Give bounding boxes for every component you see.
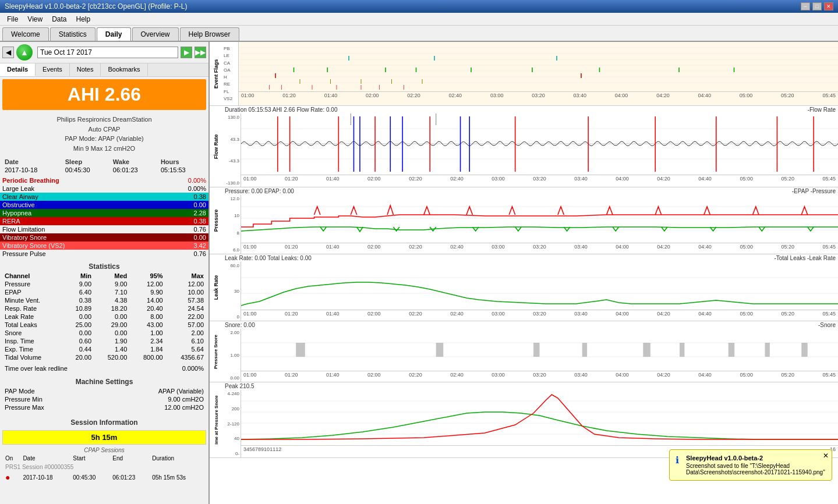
tab-daily[interactable]: Daily xyxy=(97,27,131,41)
nav-back-button[interactable]: ◀ xyxy=(2,47,14,58)
snore-label-vertical: Pressure Snore xyxy=(214,334,219,368)
menu-file[interactable]: File xyxy=(2,14,23,24)
event-label: RERA xyxy=(2,218,20,225)
device-name: Philips Respironics DreamStation xyxy=(2,115,206,125)
leak-rate-title-bar: Leak Rate: 0.00 Total Leaks: 0.00 -Total… xyxy=(222,254,838,262)
minimize-button[interactable]: − xyxy=(801,2,810,10)
notification-title: SleepyHead v1.0.0-beta-2 xyxy=(686,455,826,462)
setting-value: 9.00 cmH2O xyxy=(168,396,204,403)
flow-rate-time-axis: 01:0001:2001:4002:0002:2002:4003:0003:20… xyxy=(241,175,838,182)
maximize-button[interactable]: □ xyxy=(812,2,822,10)
stat-sleep: 00:45:30 xyxy=(63,166,111,174)
left-tab-events[interactable]: Events xyxy=(36,63,70,76)
flags-y-labels: PBLECAOAHREFLVS2 xyxy=(222,42,239,105)
pressure-label: Pressure xyxy=(213,210,219,232)
ahi-display: AHI 2.66 xyxy=(2,79,206,110)
snore-title-bar: Snore: 0.00 -Snore xyxy=(222,321,838,329)
left-panel: ◀ ▲ ▶ ▶▶ Details Events Notes Bookmarks … xyxy=(0,42,210,504)
nav-forward-button[interactable]: ▶ xyxy=(181,47,192,58)
event-rera: RERA 0.38 xyxy=(0,217,208,225)
session-info-section: Session Information 5h 15m CPAP Sessions… xyxy=(0,414,208,486)
setting-pressure-max: Pressure Max 12.00 cmH2O xyxy=(5,403,204,411)
flow-rate-chart: Flow Rate Duration 05:15:53 AHI 2.66 Flo… xyxy=(210,106,838,187)
menu-help[interactable]: Help xyxy=(72,14,96,24)
svg-rect-66 xyxy=(582,343,587,357)
stat-wake: 06:01:23 xyxy=(111,166,158,174)
machine-settings-header: Machine Settings xyxy=(5,375,204,387)
event-value: 0.38 xyxy=(194,193,206,200)
machine-settings-section: Machine Settings PAP Mode APAP (Variable… xyxy=(0,373,208,414)
event-label: Flow Limitation xyxy=(2,226,45,233)
tidal-title-bar: Peak 210.5 xyxy=(222,382,838,390)
event-clear-airway: Clear Airway 0.38 xyxy=(0,193,208,201)
menu-data[interactable]: Data xyxy=(47,14,71,24)
event-value: 0.00% xyxy=(188,177,206,184)
leak-rate-svg xyxy=(241,262,838,310)
tidal-svg xyxy=(241,390,838,445)
left-tab-notes[interactable]: Notes xyxy=(70,63,101,76)
snore-time-axis: 01:0001:2001:4002:0002:2002:4003:0003:20… xyxy=(241,371,838,378)
col-95: 95% xyxy=(129,272,165,280)
date-nav-icon: ▲ xyxy=(16,44,33,61)
cpap-sessions-label: CPAP Sessions xyxy=(2,447,206,453)
channel-stats-table: Channel Min Med 95% Max Pressure9.009.00… xyxy=(2,272,206,361)
pressure-title-bar: Pressure: 0.00 EPAP: 0.00 -EPAP -Pressur… xyxy=(222,187,838,195)
flags-time-axis: 01:0001:2001:4002:0002:2002:4003:0003:20… xyxy=(239,91,838,99)
flow-rate-label: Flow Rate xyxy=(213,134,219,159)
pressure-chart: Pressure Pressure: 0.00 EPAP: 0.00 -EPAP… xyxy=(210,187,838,254)
main-content: ◀ ▲ ▶ ▶▶ Details Events Notes Bookmarks … xyxy=(0,42,838,504)
tidal-title: Peak 210.5 xyxy=(225,383,254,389)
menu-view[interactable]: View xyxy=(23,14,47,24)
setting-pressure-min: Pressure Min 9.00 cmH2O xyxy=(5,395,204,403)
date-input[interactable] xyxy=(37,47,178,58)
stat-resp-rate: Resp. Rate10.8918.2020.4024.54 xyxy=(2,304,206,313)
events-list: Periodic Breathing 0.00% Large Leak 0.00… xyxy=(0,176,208,258)
pressure-svg xyxy=(241,195,838,243)
tidal-label-vertical: ime at Pressure Snore xyxy=(214,395,219,444)
snore-title: Snore: 0.00 xyxy=(225,322,255,328)
tab-welcome[interactable]: Welcome xyxy=(2,27,49,41)
tab-statistics[interactable]: Statistics xyxy=(50,27,96,41)
svg-rect-63 xyxy=(296,343,305,357)
flow-rate-title-bar: Duration 05:15:53 AHI 2.66 Flow Rate: 0.… xyxy=(222,106,838,113)
stat-leak-rate: Leak Rate0.000.008.0022.00 xyxy=(2,313,206,321)
nav-jump-button[interactable]: ▶▶ xyxy=(195,47,206,58)
snore-y-axis: 2.001.000.00 xyxy=(222,329,241,382)
leak-redline-row: Time over leak redline 0.000% xyxy=(0,364,208,373)
stat-total-leaks: Total Leaks25.0029.0043.0057.00 xyxy=(2,321,206,329)
svg-rect-64 xyxy=(436,343,444,357)
event-value: 0.00 xyxy=(194,234,206,241)
svg-rect-65 xyxy=(533,343,539,357)
leak-rate-right-label: -Total Leaks -Leak Rate xyxy=(774,255,836,261)
setting-pap-mode: PAP Mode APAP (Variable) xyxy=(5,387,204,395)
stat-date: 2017-10-18 xyxy=(2,166,63,174)
right-panel: Event Flags PBLECAOAHREFLVS2 xyxy=(210,42,838,504)
event-flags-label: Event Flags xyxy=(213,59,219,88)
setting-label: Pressure Min xyxy=(5,396,43,403)
device-pap-mode: PAP Mode: APAP (Variable) xyxy=(2,134,206,144)
event-value: 2.28 xyxy=(194,210,206,216)
col-date: Date xyxy=(2,158,63,166)
titlebar-title: SleepyHead v1.0.0-beta-2 [cb213cc OpenGL… xyxy=(5,2,188,10)
col-wake: Wake xyxy=(111,158,158,166)
pressure-title: Pressure: 0.00 EPAP: 0.00 xyxy=(225,188,294,194)
notification-close-button[interactable]: ✕ xyxy=(823,452,829,460)
stat-exp-time: Exp. Time0.441.401.845.64 xyxy=(2,345,206,353)
left-tab-details[interactable]: Details xyxy=(0,63,36,76)
stat-pressure: Pressure9.009.0012.0012.00 xyxy=(2,280,206,288)
col-med: Med xyxy=(94,272,129,280)
event-vibratory-snore: Vibratory Snore 0.00 xyxy=(0,233,208,242)
tab-help-browser[interactable]: Help Browser xyxy=(180,27,239,41)
flow-rate-y-axis: 130.043.3-43.3-130.0 xyxy=(222,113,241,187)
left-tab-bookmarks[interactable]: Bookmarks xyxy=(101,63,147,76)
leak-rate-chart: Leak Rate Leak Rate: 0.00 Total Leaks: 0… xyxy=(210,254,838,321)
event-label: Hypopnea xyxy=(2,210,31,216)
flow-rate-right-label: -Flow Rate xyxy=(808,107,836,113)
event-periodic-breathing: Periodic Breathing 0.00% xyxy=(0,176,208,184)
close-button[interactable]: ✕ xyxy=(824,2,833,10)
event-value: 0.38 xyxy=(194,218,206,225)
tab-overview[interactable]: Overview xyxy=(132,27,179,41)
leak-rate-y-axis: 60.0300 xyxy=(222,262,241,321)
event-obstructive: Obstructive 0.00 xyxy=(0,201,208,209)
menubar: File View Data Help xyxy=(0,13,838,26)
